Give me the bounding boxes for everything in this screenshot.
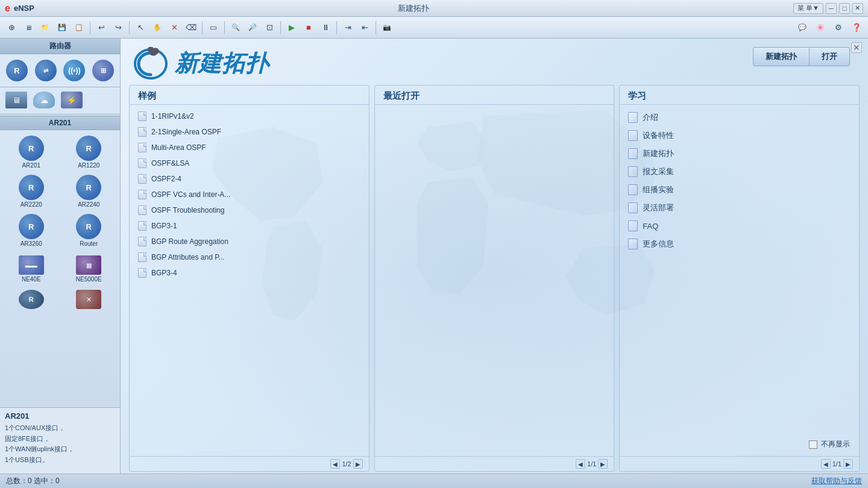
study-item[interactable]: 组播实验 <box>626 181 853 199</box>
menu-button[interactable]: 菜 单▼ <box>793 3 823 14</box>
study-item-text: 灵活部署 <box>643 202 674 213</box>
sep7 <box>376 21 376 34</box>
next-page-btn[interactable]: ▶ <box>598 459 608 469</box>
study-item[interactable]: 灵活部署 <box>626 199 853 217</box>
fit-btn[interactable] <box>262 20 277 36</box>
next-page-btn[interactable]: ▶ <box>353 459 363 469</box>
close-button[interactable]: ✕ <box>852 3 863 14</box>
redo-btn[interactable] <box>110 20 126 36</box>
stop-all-btn[interactable] <box>301 20 316 36</box>
next-page-btn[interactable]: ▶ <box>843 459 853 469</box>
router-item[interactable]: R Router <box>61 212 117 249</box>
sep4 <box>224 21 225 34</box>
recent-list <box>375 105 614 456</box>
chat-btn[interactable] <box>794 20 810 36</box>
list-item[interactable]: OSPF VCs and Inter-A... <box>136 187 363 202</box>
saveas-btn[interactable] <box>71 20 87 36</box>
new-topology-toolbar-btn[interactable] <box>4 20 19 36</box>
noshow-label[interactable]: 不再显示 <box>821 439 850 449</box>
prev-page-btn[interactable]: ◀ <box>330 459 340 469</box>
new-file-btn[interactable] <box>20 20 36 36</box>
open-file-btn[interactable]: 打开 <box>810 47 850 66</box>
study-item[interactable]: 设备特性 <box>626 127 853 145</box>
list-item[interactable]: OSPF&LSA <box>136 155 363 171</box>
study-file-icon <box>628 184 638 195</box>
ne5000e-item[interactable]: ▩ NE5000E <box>61 254 117 284</box>
device-icon-switch[interactable]: ⇌ <box>33 58 59 83</box>
study-file-icon <box>628 221 638 231</box>
device-icon-cloud[interactable]: ☁ <box>31 90 57 110</box>
file-icon <box>138 205 146 215</box>
bottom-bar: 总数：0 选中：0 获取帮助与反馈 <box>0 474 868 488</box>
study-item[interactable]: 更多信息 <box>626 235 853 253</box>
maximize-button[interactable]: □ <box>839 3 850 14</box>
list-item[interactable]: BGP Attributes and P... <box>136 249 363 265</box>
window-title: 新建拓扑 <box>398 3 429 14</box>
page-indicator: 1/1 <box>832 460 841 468</box>
snapshot-btn[interactable] <box>379 20 395 36</box>
device-icon-wifi[interactable]: ((•)) <box>61 58 88 83</box>
item-text: 1-1RIPv1&v2 <box>151 112 194 120</box>
device-icon-bolt[interactable]: ⚡ <box>59 90 84 110</box>
sep3 <box>202 21 203 34</box>
device-icon-monitor[interactable]: 🖥 <box>4 90 29 110</box>
prev-page-btn[interactable]: ◀ <box>821 459 831 469</box>
page-indicator: 1/2 <box>342 460 351 468</box>
noshow-checkbox[interactable] <box>809 440 817 449</box>
delete-btn[interactable] <box>166 20 182 36</box>
minimize-button[interactable]: ─ <box>826 3 837 14</box>
content-close-btn[interactable]: ✕ <box>851 42 862 53</box>
device-icon-ar[interactable]: R <box>4 58 30 83</box>
undo-btn[interactable] <box>93 20 109 36</box>
prev-page-btn[interactable]: ◀ <box>576 459 585 469</box>
study-item[interactable]: 新建拓扑 <box>626 145 853 163</box>
ar2220-item[interactable]: R AR2220 <box>4 173 59 210</box>
list-item[interactable]: BGP3-1 <box>136 218 363 234</box>
samples-title: 样例 <box>138 90 156 101</box>
list-item[interactable]: OSPF2-4 <box>136 171 363 187</box>
list-item[interactable]: BGP3-4 <box>136 265 363 281</box>
list-item[interactable]: 2-1Single-Area OSPF <box>136 124 363 140</box>
export-btn[interactable] <box>340 20 356 36</box>
eraser-btn[interactable] <box>183 20 199 36</box>
start-all-btn[interactable] <box>284 20 300 36</box>
study-file-icon <box>628 166 638 177</box>
zoomout-btn[interactable] <box>245 20 260 36</box>
study-file-icon <box>628 239 638 249</box>
settings-btn[interactable] <box>831 20 846 36</box>
select-tool-btn[interactable] <box>133 20 148 36</box>
list-item[interactable]: 1-1RIPv1&v2 <box>136 108 363 124</box>
ar201-item[interactable]: R AR201 <box>4 134 59 170</box>
pause-btn[interactable] <box>318 20 333 36</box>
ar3260-icon: R <box>19 214 44 239</box>
sep2 <box>129 21 130 34</box>
huawei-btn[interactable] <box>813 20 828 36</box>
recent-footer: ◀ 1/1 ▶ <box>375 456 614 471</box>
device-icon-misc[interactable]: ⊞ <box>90 58 116 83</box>
new-topology-btn[interactable]: 新建拓扑 <box>753 47 810 66</box>
ar3260-item[interactable]: R AR3260 <box>4 212 59 249</box>
save-btn[interactable] <box>54 20 70 36</box>
help-btn[interactable] <box>849 20 864 36</box>
ar2240-item[interactable]: R AR2240 <box>61 173 117 210</box>
study-item[interactable]: 报文采集 <box>626 163 853 181</box>
list-item[interactable]: BGP Route Aggregation <box>136 234 363 249</box>
more-device-1[interactable]: R <box>4 288 59 313</box>
list-item[interactable]: OSPF Troubleshooting <box>136 202 363 218</box>
study-item[interactable]: FAQ <box>626 217 853 235</box>
open-btn[interactable] <box>37 20 53 36</box>
rect-tool-btn[interactable] <box>206 20 221 36</box>
study-item-text: 新建拓扑 <box>643 148 674 159</box>
import-btn[interactable] <box>357 20 373 36</box>
ne40e-item[interactable]: ▬▬ NE40E <box>4 254 59 284</box>
pan-tool-btn[interactable] <box>149 20 165 36</box>
zoomin-btn[interactable] <box>228 20 244 36</box>
item-text: BGP3-1 <box>151 222 177 230</box>
list-item[interactable]: Multi-Area OSPF <box>136 140 363 155</box>
ar1220-icon: R <box>76 136 101 161</box>
main-area: 路由器 R ⇌ ((•)) ⊞ <box>0 39 868 474</box>
feedback-link[interactable]: 获取帮助与反馈 <box>811 476 862 486</box>
study-item[interactable]: 介绍 <box>626 108 853 127</box>
ar1220-item[interactable]: R AR1220 <box>61 134 117 170</box>
more-device-2[interactable]: ✕ <box>61 288 117 313</box>
